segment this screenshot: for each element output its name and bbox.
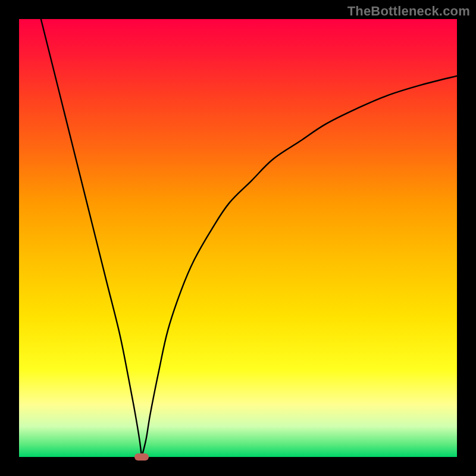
plot-area [19,19,457,457]
bottleneck-curve [19,19,457,457]
watermark-text: TheBottleneck.com [347,4,470,19]
minimum-marker [134,453,149,461]
chart-frame: TheBottleneck.com [0,0,476,476]
